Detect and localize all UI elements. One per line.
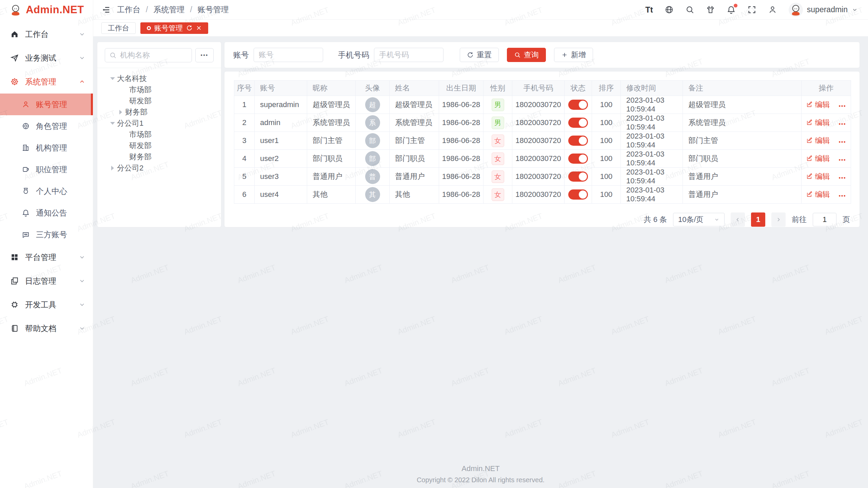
sidebar-item-dev-tools[interactable]: 开发工具 (0, 293, 93, 317)
sidebar-item-system-mgmt[interactable]: 系统管理 (0, 70, 93, 94)
phone-input[interactable] (374, 48, 443, 62)
sidebar-item-log-mgmt[interactable]: 日志管理 (0, 269, 93, 293)
tabs-bar: 工作台 账号管理 (93, 20, 868, 36)
search-button[interactable]: 查询 (507, 48, 546, 62)
tree-node[interactable]: 财务部 (105, 106, 214, 118)
sidebar-menu: 工作台 业务测试 系统管理 账号管理 角色管理 (0, 20, 93, 488)
account-input[interactable] (254, 48, 323, 62)
goto-page-input[interactable] (813, 213, 836, 226)
breadcrumb-item-account[interactable]: 账号管理 (198, 4, 229, 15)
grid-icon (10, 253, 19, 262)
sidebar-item-position-mgmt[interactable]: 职位管理 (0, 159, 93, 180)
sidebar-item-role-mgmt[interactable]: 角色管理 (0, 115, 93, 137)
app-root: Admin.NET 工作台 业务测试 系统管理 账号管理 (0, 0, 868, 488)
status-toggle[interactable] (568, 118, 588, 128)
tree-more-button[interactable]: ••• (195, 48, 214, 62)
next-page-button[interactable] (771, 212, 786, 227)
logo[interactable]: Admin.NET (0, 0, 93, 20)
row-more-button[interactable]: ••• (839, 175, 846, 181)
user-outline-icon[interactable] (768, 5, 777, 14)
user-menu[interactable]: superadmin (789, 3, 858, 17)
bell-icon (22, 209, 30, 217)
org-search-input[interactable] (105, 48, 192, 62)
edit-button[interactable]: 编辑 (806, 171, 830, 182)
row-more-button[interactable]: ••• (839, 139, 846, 145)
sidebar-item-org-mgmt[interactable]: 机构管理 (0, 137, 93, 159)
breadcrumb-item-workbench[interactable]: 工作台 (117, 4, 140, 15)
tree-node[interactable]: 财务部 (105, 151, 214, 162)
tree-node[interactable]: 研发部 (105, 140, 214, 151)
avatar: 普 (365, 169, 380, 184)
tree-node[interactable]: 研发部 (105, 95, 214, 106)
caret-down-icon[interactable] (108, 122, 117, 125)
tree-node[interactable]: 分公司1 (105, 118, 214, 129)
theme-shirt-icon[interactable] (706, 5, 715, 14)
filter-bar: 账号 手机号码 重置 查询 (224, 42, 860, 68)
status-toggle[interactable] (568, 136, 588, 146)
fullscreen-icon[interactable] (747, 5, 756, 14)
row-more-button[interactable]: ••• (839, 121, 846, 127)
tree-node[interactable]: 市场部 (105, 129, 214, 140)
tab-refresh-icon[interactable] (186, 25, 193, 31)
notification-bell-icon[interactable] (727, 5, 736, 14)
status-toggle[interactable] (568, 189, 588, 200)
caret-down-icon[interactable] (108, 77, 117, 80)
status-toggle[interactable] (568, 100, 588, 110)
row-more-button[interactable]: ••• (839, 157, 846, 163)
account-label: 账号 (233, 50, 249, 60)
table-row: 5 user3 普通用户 普 普通用户 1986-06-28 女 1802003… (234, 168, 851, 186)
status-toggle[interactable] (568, 154, 588, 164)
sidebar-item-help-docs[interactable]: 帮助文档 (0, 317, 93, 340)
chevron-down-icon (79, 55, 85, 61)
tree-node[interactable]: 分公司2 (105, 162, 214, 174)
collapse-menu-icon[interactable] (101, 5, 111, 15)
footer-copyright: Copyright © 2022 Dilon All rights reserv… (93, 476, 868, 484)
add-button[interactable]: 新增 (554, 48, 593, 62)
reset-button[interactable]: 重置 (460, 48, 499, 62)
table-row: 2 admin 系统管理员 系 系统管理员 1986-06-28 男 18020… (234, 114, 851, 132)
avatar: 超 (365, 97, 380, 112)
breadcrumb-item-system[interactable]: 系统管理 (153, 4, 184, 15)
brand-title: Admin.NET (26, 4, 84, 16)
gender-tag: 女 (492, 170, 504, 183)
sidebar-item-third-party-account[interactable]: 三方账号 (0, 224, 93, 245)
font-size-icon[interactable]: Tt (645, 5, 653, 15)
sidebar-item-workbench[interactable]: 工作台 (0, 22, 93, 46)
paper-plane-icon (10, 54, 19, 62)
tab-close-icon[interactable] (196, 25, 202, 31)
search-icon[interactable] (685, 5, 694, 14)
org-tree-panel: ••• 大名科技 市场部 研发部 财务部 (97, 42, 221, 227)
caret-right-icon[interactable] (108, 166, 117, 170)
row-more-button[interactable]: ••• (839, 193, 846, 199)
tree-node[interactable]: 大名科技 (105, 73, 214, 84)
chat-bubble-icon (22, 230, 30, 239)
edit-button[interactable]: 编辑 (806, 136, 830, 146)
content-area: ••• 大名科技 市场部 研发部 财务部 (93, 36, 868, 488)
edit-button[interactable]: 编辑 (806, 118, 830, 128)
pagination: 共 6 条 10条/页 1 前往 页 (234, 212, 850, 227)
table-row: 1 superadmin 超级管理员 超 超级管理员 1986-06-28 男 … (234, 96, 851, 114)
sidebar-item-business-test[interactable]: 业务测试 (0, 46, 93, 70)
prev-page-button[interactable] (731, 212, 745, 227)
status-toggle[interactable] (568, 171, 588, 182)
page-size-select[interactable]: 10条/页 (673, 213, 725, 226)
sidebar-item-personal-center[interactable]: 个人中心 (0, 180, 93, 202)
tab-account-mgmt[interactable]: 账号管理 (140, 22, 208, 34)
current-page[interactable]: 1 (751, 212, 765, 227)
gender-tag: 女 (492, 135, 504, 147)
sidebar-item-account-mgmt[interactable]: 账号管理 (0, 94, 93, 115)
sidebar-item-platform-mgmt[interactable]: 平台管理 (0, 245, 93, 269)
row-more-button[interactable]: ••• (839, 103, 846, 109)
caret-right-icon[interactable] (116, 110, 125, 115)
medal-icon (22, 187, 30, 195)
edit-button[interactable]: 编辑 (806, 100, 830, 110)
sidebar: Admin.NET 工作台 业务测试 系统管理 账号管理 (0, 0, 93, 488)
tab-workbench[interactable]: 工作台 (101, 22, 136, 34)
language-icon[interactable] (665, 5, 674, 14)
mascot-logo-icon (9, 3, 22, 17)
edit-button[interactable]: 编辑 (806, 189, 830, 200)
sidebar-item-notice[interactable]: 通知公告 (0, 202, 93, 224)
edit-button[interactable]: 编辑 (806, 154, 830, 164)
home-icon (10, 30, 19, 39)
tree-node[interactable]: 市场部 (105, 84, 214, 95)
